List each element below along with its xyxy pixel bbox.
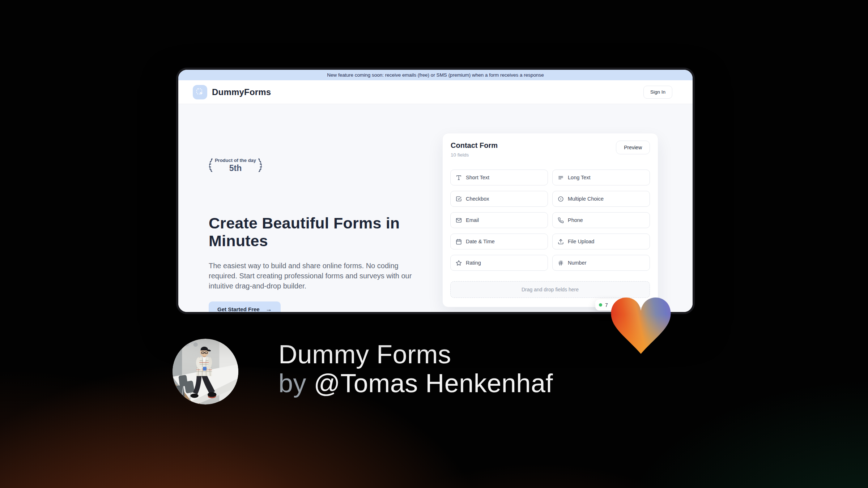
field-type-label: Number <box>568 260 587 266</box>
star-icon <box>456 260 462 266</box>
badge-title: Product of the day <box>215 158 256 163</box>
radio-icon <box>558 196 564 202</box>
hash-icon <box>558 260 564 266</box>
checkbox-icon <box>456 196 462 202</box>
hero-title: Create Beautiful Forms in Minutes <box>209 214 406 250</box>
field-type-button[interactable]: Short Text <box>450 170 548 185</box>
field-type-label: Short Text <box>466 175 489 180</box>
form-title: Contact Form <box>451 141 498 150</box>
upload-icon <box>558 239 564 245</box>
brand-title: DummyForms <box>212 87 271 97</box>
cta-label: Get Started Free <box>217 306 260 312</box>
field-type-button[interactable]: Checkbox <box>450 191 548 207</box>
hero-description: The easiest way to build and share onlin… <box>209 261 417 291</box>
field-type-label: Rating <box>466 260 481 266</box>
byline: by @Tomas Henkenhaf <box>278 369 553 398</box>
browser-window: New feature coming soon: receive emails … <box>176 68 695 314</box>
form-field-count: 10 fields <box>451 152 469 158</box>
author-handle: @Tomas Henkenhaf <box>314 369 553 398</box>
field-type-button[interactable]: File Upload <box>552 234 650 249</box>
text-icon <box>456 175 462 181</box>
field-type-button[interactable]: Multiple Choice <box>552 191 650 207</box>
field-type-label: Multiple Choice <box>568 196 604 202</box>
laurel-left-icon <box>207 154 213 176</box>
calendar-icon <box>456 239 462 245</box>
credit-block: Dummy Forms by @Tomas Henkenhaf <box>278 340 553 398</box>
dummyforms-logo-icon <box>193 85 207 99</box>
app-body: Product of the day 5th <box>178 104 693 312</box>
form-builder-card: Contact Form 10 fields Preview Short Tex… <box>442 133 658 307</box>
sign-in-button[interactable]: Sign In <box>643 86 672 99</box>
lines-icon <box>558 175 564 181</box>
dropzone-label: Drag and drop fields here <box>522 287 579 292</box>
field-type-button[interactable]: Rating <box>450 255 548 271</box>
field-type-grid: Short TextLong TextCheckboxMultiple Choi… <box>450 170 650 271</box>
field-type-label: Checkbox <box>466 196 489 202</box>
badge-rank: 5th <box>215 163 256 173</box>
field-type-button[interactable]: Email <box>450 212 548 228</box>
field-type-button[interactable]: Phone <box>552 212 650 228</box>
field-type-label: Email <box>466 217 479 223</box>
preview-button[interactable]: Preview <box>616 141 650 154</box>
green-status-dot-icon <box>599 303 602 307</box>
product-of-the-day-badge: Product of the day 5th <box>207 154 264 176</box>
phone-icon <box>558 217 564 223</box>
announcement-text: New feature coming soon: receive emails … <box>327 72 544 78</box>
product-name: Dummy Forms <box>278 340 553 369</box>
field-type-button[interactable]: Date & Time <box>450 234 548 249</box>
field-type-button[interactable]: Long Text <box>552 170 650 185</box>
field-type-label: Phone <box>568 217 583 223</box>
author-avatar <box>173 339 238 404</box>
field-type-button[interactable]: Number <box>552 255 650 271</box>
field-type-label: Long Text <box>568 175 591 180</box>
announcement-banner: New feature coming soon: receive emails … <box>178 70 693 80</box>
field-type-label: File Upload <box>568 239 594 244</box>
heart-icon <box>606 291 676 358</box>
laurel-right-icon <box>258 154 264 176</box>
field-type-label: Date & Time <box>466 239 495 244</box>
envelope-icon <box>456 217 462 223</box>
arrow-right-icon: → <box>265 305 272 313</box>
app-header: DummyForms Sign In <box>178 80 693 104</box>
get-started-button[interactable]: Get Started Free → <box>209 301 281 314</box>
byline-prefix: by <box>278 369 314 398</box>
